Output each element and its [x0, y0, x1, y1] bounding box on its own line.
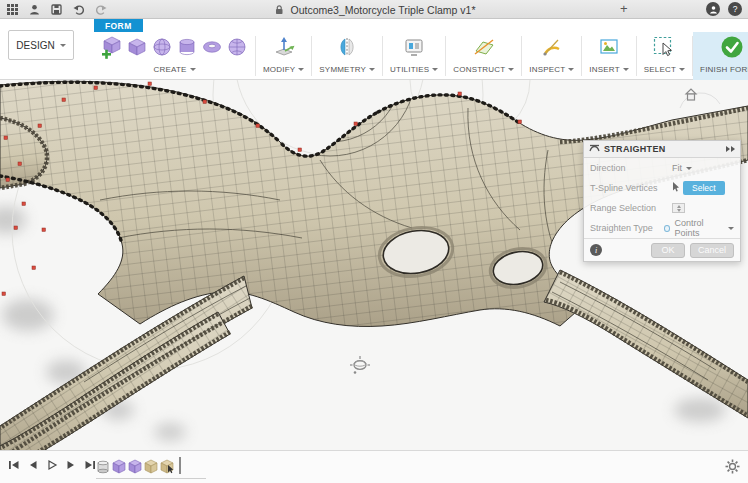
finish-form-check-icon[interactable] [719, 34, 745, 64]
timeline-bar [0, 450, 748, 483]
tspline-right-arm[interactable] [544, 270, 748, 418]
contextual-tab-form[interactable]: FORM [94, 19, 143, 32]
document-title: Outcome3_Motorcycle Triple Clamp v1* [291, 4, 476, 16]
torus-icon[interactable] [201, 36, 223, 62]
timeline-position-marker[interactable] [179, 457, 181, 474]
toolbar-group-inspect: INSPECT [522, 32, 581, 80]
document-tab: Outcome3_Motorcycle Triple Clamp v1* [0, 0, 748, 19]
account-icon[interactable] [706, 2, 720, 16]
chevron-down-icon [190, 68, 196, 71]
toolbar-menu-construct[interactable]: CONSTRUCT [453, 65, 514, 74]
tspline-model-canvas[interactable] [0, 80, 748, 450]
cube-icon[interactable] [126, 36, 148, 62]
toolbar-menu-symmetry[interactable]: SYMMETRY [319, 65, 375, 74]
orbit-pan-widget[interactable] [346, 354, 374, 380]
construction-plane-icon[interactable] [473, 36, 495, 62]
undo-icon[interactable] [72, 3, 85, 16]
straighten-type-label: Straighten Type [590, 223, 664, 233]
chevron-down-icon [686, 167, 692, 170]
box-primitive-icon[interactable] [101, 35, 123, 63]
feature-form-icon[interactable] [128, 459, 142, 474]
control-points-icon [664, 225, 670, 232]
vertices-select-button[interactable]: Select [683, 181, 725, 195]
feature-form-edit-icon[interactable] [144, 459, 158, 474]
cylinder-icon[interactable] [176, 36, 198, 62]
ok-button[interactable]: OK [651, 243, 685, 258]
sphere-icon[interactable] [151, 36, 173, 62]
lock-icon [273, 3, 286, 16]
timeline-features [96, 457, 181, 474]
toolbar-menu-insert[interactable]: INSERT [589, 65, 628, 74]
toolbar-menu-finish-form[interactable]: FINISH FORM [700, 65, 748, 74]
toolbar-group-modify: MODIFY [256, 32, 311, 80]
workspace-switcher[interactable]: DESIGN [8, 30, 74, 60]
utilities-display-icon[interactable] [403, 36, 425, 62]
grid-menu-icon[interactable] [6, 3, 19, 16]
step-forward-icon[interactable] [65, 459, 77, 471]
titlebar-left-icons [6, 3, 107, 16]
chevron-down-icon [432, 68, 438, 71]
toolbar-group-finish-form[interactable]: FINISH FORM [693, 32, 748, 80]
range-selection-row: Range Selection [584, 198, 740, 218]
range-selection-label: Range Selection [590, 203, 672, 213]
measure-icon[interactable] [541, 36, 563, 62]
workspace-label: DESIGN [16, 40, 54, 51]
toolbar-group-construct: CONSTRUCT [446, 32, 521, 80]
skip-start-icon[interactable] [8, 459, 20, 471]
new-tab-button[interactable]: + [620, 2, 628, 15]
tspline-vertices-label: T-Spline Vertices [590, 183, 672, 193]
redo-icon[interactable] [94, 3, 107, 16]
feature-base-form-icon[interactable] [96, 459, 110, 474]
range-selection-spinner[interactable] [672, 203, 685, 213]
cancel-button[interactable]: Cancel [690, 243, 734, 258]
feature-form-active-icon[interactable] [160, 459, 174, 474]
tspline-vertices-row: T-Spline Vertices Select [584, 178, 740, 198]
titlebar-right-icons: ? [706, 2, 742, 16]
chevron-down-icon [508, 68, 514, 71]
select-tool-icon[interactable] [652, 35, 676, 63]
toolbar-menu-inspect[interactable]: INSPECT [529, 65, 574, 74]
chevron-down-icon [728, 227, 734, 230]
toolbar-menu-utilities[interactable]: UTILITIES [390, 65, 438, 74]
insert-canvas-icon[interactable] [598, 36, 620, 62]
expand-palette-icon[interactable] [726, 146, 735, 152]
straighten-type-select[interactable]: Control Points [664, 218, 734, 238]
straighten-command-icon [589, 143, 600, 155]
mirror-symmetry-icon[interactable] [336, 36, 358, 62]
toolbar-group-insert: INSERT [582, 32, 635, 80]
direction-label: Direction [590, 163, 672, 173]
quadball-icon[interactable] [226, 36, 248, 62]
toolbar-group-select: SELECT [637, 32, 692, 80]
toolbar-menu-modify[interactable]: MODIFY [263, 65, 304, 74]
dialog-header[interactable]: STRAIGHTEN [584, 141, 740, 158]
home-icon[interactable] [686, 89, 696, 100]
feature-form-icon[interactable] [112, 459, 126, 474]
play-icon[interactable] [46, 459, 58, 471]
user-icon[interactable] [28, 3, 41, 16]
toolbar-group-symmetry: SYMMETRY [312, 32, 382, 80]
chevron-down-icon [568, 68, 574, 71]
chevron-down-icon [298, 68, 304, 71]
titlebar: Outcome3_Motorcycle Triple Clamp v1* + ? [0, 0, 748, 19]
straighten-type-row: Straighten Type Control Points [584, 218, 740, 238]
step-back-icon[interactable] [27, 459, 39, 471]
chevron-down-icon [679, 68, 685, 71]
toolbar-menu-create[interactable]: CREATE [153, 65, 195, 74]
gear-icon[interactable] [725, 459, 740, 478]
direction-row: Direction Fit [584, 158, 740, 178]
chevron-down-icon [60, 44, 66, 47]
3d-viewport[interactable]: STRAIGHTEN Direction Fit T-Spline Vertic… [0, 80, 748, 450]
toolbar-group-utilities: UTILITIES [383, 32, 445, 80]
skip-end-icon[interactable] [84, 459, 96, 471]
playback-controls [8, 459, 96, 471]
timeline-track[interactable] [96, 478, 206, 479]
direction-select[interactable]: Fit [672, 163, 692, 173]
toolbar-menu-select[interactable]: SELECT [644, 65, 685, 74]
help-icon[interactable]: ? [728, 2, 742, 16]
edit-form-icon[interactable] [272, 35, 296, 63]
fusion-app-window: Outcome3_Motorcycle Triple Clamp v1* + ?… [0, 0, 748, 483]
viewcube[interactable] [678, 84, 722, 114]
info-icon[interactable]: i [590, 244, 602, 256]
save-icon[interactable] [50, 3, 63, 16]
toolbar-group-create: CREATE [94, 32, 255, 80]
